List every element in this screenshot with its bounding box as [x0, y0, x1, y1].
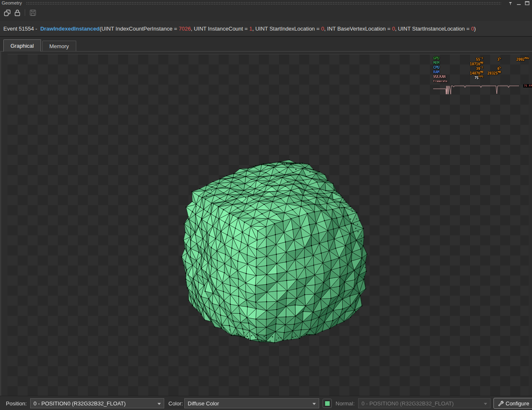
stat-value: 14876MB — [459, 70, 483, 75]
save-icon[interactable] — [28, 8, 38, 18]
lock-icon[interactable] — [12, 8, 22, 18]
position-select[interactable]: 0 - POSITION0 (R32G32B32_FLOAT) — [30, 398, 164, 408]
framerate-graph: 75 FPS — [433, 84, 532, 95]
event-arg-value: 0 — [321, 26, 324, 32]
stat-row-ram: RAM14876MB28325MB — [433, 70, 532, 75]
normal-select[interactable]: 0 - POSITION0 (R32G32B32_FLOAT) — [358, 398, 491, 408]
configure-button[interactable]: Configure — [493, 398, 532, 409]
event-line: Event 51554 - DrawIndexedInstanced(UINT … — [0, 21, 532, 37]
stat-label: CPU — [433, 65, 459, 70]
stat-label: MEM — [433, 61, 459, 65]
color-swatch — [325, 401, 330, 406]
stat-row-vulkan: VULKAN75FPS — [433, 75, 532, 79]
wrench-icon — [498, 400, 504, 406]
event-text: (UINT IndexCountPerInstance = — [100, 26, 179, 32]
geometry-window: Geometry Event 51554 — [0, 0, 532, 410]
copy-icon[interactable] — [2, 8, 12, 18]
geometry-viewport[interactable]: GPU55°C3%2092MHzMEM10716MBCPU39°C6%RAM14… — [8, 54, 529, 396]
event-arg-value: 0 — [471, 26, 474, 32]
mesh-canvas[interactable] — [8, 54, 529, 397]
stat-label: RAM — [433, 70, 459, 75]
event-arg-value: 1 — [249, 26, 252, 32]
tab-bar: Graphical Memory — [0, 38, 532, 52]
stat-value: 39°C — [459, 65, 483, 70]
title-bar: Geometry — [0, 0, 532, 6]
stat-value: 3% — [483, 56, 501, 61]
color-swatch-button[interactable] — [323, 399, 332, 408]
stat-value: 28325MB — [483, 70, 501, 75]
event-arg-value: 0 — [392, 26, 395, 32]
minimize-icon[interactable] — [515, 0, 522, 5]
stat-label: VULKAN — [433, 75, 459, 79]
framerate-label: Framerate — [433, 80, 532, 83]
stat-value: 10716MB — [459, 61, 483, 65]
event-text: , UINT InstanceCount = — [191, 26, 249, 32]
stat-row-gpu: GPU55°C3%2092MHz — [433, 56, 532, 61]
event-function: DrawIndexedInstanced — [40, 26, 100, 32]
fps-caption: 75 FPS — [523, 84, 532, 88]
tab-memory[interactable]: Memory — [42, 41, 76, 51]
normal-label: Normal: — [336, 396, 355, 410]
tab-graphical[interactable]: Graphical — [3, 39, 41, 52]
event-arg-value: 7026 — [179, 26, 191, 32]
toolbar-separator — [25, 9, 25, 16]
stat-value: 75FPS — [459, 75, 483, 79]
stat-label: GPU — [433, 56, 459, 61]
event-text: Event 51554 - — [3, 26, 40, 32]
stat-value: 2092MHz — [501, 56, 529, 61]
title-drag-dots[interactable] — [26, 2, 501, 5]
maximize-icon[interactable] — [524, 0, 530, 5]
stat-value: 55°C — [459, 56, 483, 61]
event-text: ) — [474, 26, 476, 32]
event-text: , UINT StartIndexLocation = — [252, 26, 321, 32]
color-label: Color: — [168, 396, 183, 410]
vertex-attributes-bar: Position: 0 - POSITION0 (R32G32B32_FLOAT… — [0, 396, 532, 410]
pin-icon[interactable] — [507, 0, 514, 5]
window-title: Geometry — [2, 0, 22, 6]
event-text: , INT BaseVertexLocation = — [324, 26, 392, 32]
color-select[interactable]: Diffuse Color — [184, 398, 319, 408]
toolbar — [0, 7, 532, 18]
graphical-pane: GPU55°C3%2092MHzMEM10716MBCPU39°C6%RAM14… — [0, 52, 532, 396]
stat-value: 6% — [483, 65, 501, 70]
performance-overlay: GPU55°C3%2092MHzMEM10716MBCPU39°C6%RAM14… — [433, 56, 532, 95]
stat-row-cpu: CPU39°C6% — [433, 65, 532, 70]
event-text: , UINT StartInstanceLocation = — [395, 26, 471, 32]
position-label: Position: — [6, 396, 27, 410]
